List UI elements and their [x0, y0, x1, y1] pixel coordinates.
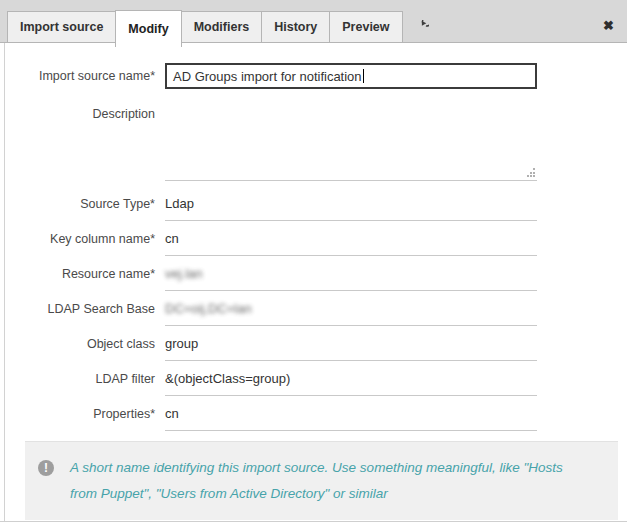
- field-row-object-class: Object class group: [0, 326, 627, 361]
- ldap-filter-input[interactable]: &(objectClass=group): [165, 361, 537, 396]
- text-caret: [363, 69, 364, 83]
- field-row-key-column-name: Key column name* cn: [0, 221, 627, 256]
- ldap-search-base-value-redacted: DC=oij,DC=lan: [165, 301, 252, 316]
- key-column-name-input[interactable]: cn: [165, 221, 537, 256]
- ldap-search-base-input[interactable]: DC=oij,DC=lan: [165, 291, 537, 326]
- field-row-description: Description: [0, 95, 627, 181]
- source-type-value: Ldap: [165, 196, 194, 211]
- resource-name-value-redacted: vej.lan: [165, 266, 203, 281]
- description-label: Description: [0, 95, 155, 181]
- refresh-icon[interactable]: [415, 19, 430, 34]
- object-class-value: group: [165, 336, 198, 351]
- tab-import-source[interactable]: Import source: [7, 11, 116, 42]
- properties-label: Properties*: [0, 407, 155, 421]
- properties-value: cn: [165, 406, 179, 421]
- key-column-name-value: cn: [165, 231, 179, 246]
- modify-form: Import source name* AD Groups import for…: [0, 43, 627, 520]
- ldap-filter-value: &(objectClass=group): [165, 371, 290, 386]
- info-help-box: ! A short name identifying this import s…: [25, 441, 618, 520]
- tab-history[interactable]: History: [261, 11, 330, 42]
- field-row-source-type: Source Type* Ldap: [0, 186, 627, 221]
- object-class-label: Object class: [0, 337, 155, 351]
- ldap-search-base-label: LDAP Search Base: [0, 302, 155, 316]
- object-class-input[interactable]: group: [165, 326, 537, 361]
- field-row-import-source-name: Import source name* AD Groups import for…: [0, 63, 627, 89]
- exclamation-circle-icon: !: [38, 460, 54, 476]
- close-icon[interactable]: ✖: [603, 19, 614, 32]
- ldap-filter-label: LDAP filter: [0, 372, 155, 386]
- import-source-name-input[interactable]: AD Groups import for notification: [165, 63, 537, 89]
- field-row-ldap-filter: LDAP filter &(objectClass=group): [0, 361, 627, 396]
- tab-modify-label: Modify: [128, 22, 168, 36]
- info-help-text: A short name identifying this import sou…: [70, 455, 590, 507]
- description-textarea[interactable]: [165, 95, 537, 181]
- field-row-properties: Properties* cn: [0, 396, 627, 431]
- resource-name-input[interactable]: vej.lan: [165, 256, 537, 291]
- field-row-resource-name: Resource name* vej.lan: [0, 256, 627, 291]
- panel-bottom-border: [0, 521, 627, 522]
- tab-import-source-label: Import source: [20, 20, 103, 34]
- tab-modify[interactable]: Modify: [115, 10, 181, 47]
- import-source-name-label: Import source name*: [0, 69, 155, 83]
- tab-preview[interactable]: Preview: [329, 11, 402, 42]
- key-column-name-label: Key column name*: [0, 232, 155, 246]
- import-source-name-value: AD Groups import for notification: [173, 69, 362, 84]
- tab-modifiers-label: Modifiers: [194, 20, 250, 34]
- properties-input[interactable]: cn: [165, 396, 537, 431]
- tab-bar: Import source Modify Modifiers History P…: [0, 0, 627, 43]
- resource-name-label: Resource name*: [0, 267, 155, 281]
- tab-preview-label: Preview: [342, 20, 389, 34]
- source-type-label: Source Type*: [0, 197, 155, 211]
- field-row-ldap-search-base: LDAP Search Base DC=oij,DC=lan: [0, 291, 627, 326]
- resize-grip-icon[interactable]: [525, 167, 536, 178]
- tab-history-label: History: [274, 20, 317, 34]
- source-type-input[interactable]: Ldap: [165, 186, 537, 221]
- tab-modifiers[interactable]: Modifiers: [181, 11, 263, 42]
